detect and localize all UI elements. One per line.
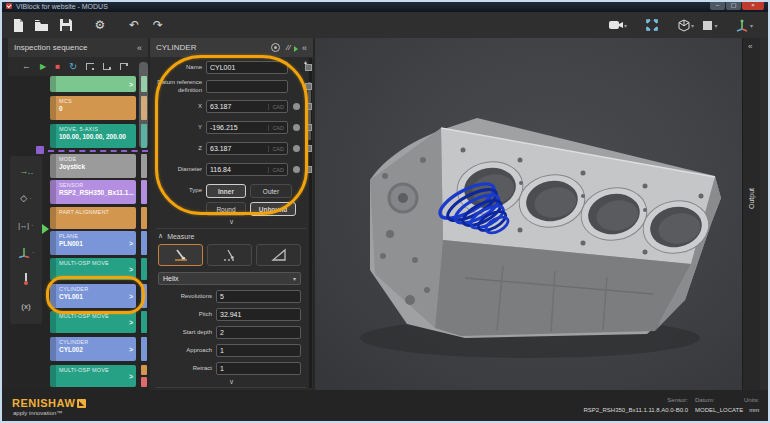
settings-gear-icon[interactable]: ⚙ [90, 15, 110, 35]
sequence-scrollbar-thumb[interactable] [139, 62, 148, 148]
unbound-button[interactable]: Unbound [250, 202, 296, 216]
x-radio[interactable] [293, 103, 300, 110]
retract-input[interactable]: 1 [216, 362, 301, 375]
minimap-segment[interactable] [141, 284, 147, 308]
collapse-panel-icon[interactable]: « [137, 43, 142, 53]
loop-start-icon[interactable] [86, 63, 94, 70]
model-box-icon[interactable]: ▾ [676, 15, 696, 35]
y-checkbox[interactable] [305, 124, 312, 131]
minimap-segment[interactable] [141, 154, 147, 178]
sensor-value: RSP2_RSH350_Bx11.1.11.8.A0.0-B0.0 [560, 406, 688, 416]
collapse-definition-icon[interactable]: ∨ [150, 218, 313, 226]
z-checkbox[interactable] [305, 145, 312, 152]
diameter-radio[interactable] [293, 166, 300, 173]
fit-view-icon[interactable] [642, 15, 662, 35]
diameter-input[interactable]: 116.84CAD [206, 163, 288, 176]
sequence-block-cylinder-cyl002[interactable]: CYLINDER CYL002 > [50, 337, 136, 361]
open-folder-icon[interactable] [32, 15, 52, 35]
sensor-status: Sensor: RSP2_RSH350_Bx11.1.11.8.A0.0-B0.… [560, 396, 688, 415]
app-window: VIBlock for website - MODUS – ▢ × ⚙ ↶ ↷ [0, 0, 770, 423]
revolutions-input[interactable]: 5 [216, 290, 301, 303]
minimap-segment[interactable] [141, 365, 147, 375]
x-checkbox[interactable] [305, 103, 312, 110]
axes-triad-icon[interactable]: ▾ [734, 15, 754, 35]
sequence-block-move[interactable]: MOVE, 5-AXIS 100.00, 100.00, 200.00 [50, 124, 136, 148]
diameter-checkbox[interactable] [305, 166, 312, 173]
sequence-block[interactable]: > [50, 76, 136, 92]
sequence-block-mcs[interactable]: MCS 0 [50, 96, 136, 120]
round-button[interactable]: Round [206, 202, 246, 216]
undo-icon[interactable]: ↶ [124, 15, 144, 35]
measure-section-header[interactable]: ∧ Measure [158, 232, 194, 240]
run-measure-icon[interactable]: // [286, 43, 296, 52]
probe-target-icon[interactable] [271, 43, 280, 52]
sequence-block-multiosp-move[interactable]: MULTI-OSP MOVE > [50, 311, 136, 333]
y-input[interactable]: -196.215CAD [206, 121, 288, 134]
y-radio[interactable] [293, 124, 300, 131]
sequence-block-multiosp-move[interactable]: MULTI-OSP MOVE > [50, 258, 136, 280]
z-input[interactable]: 63.187CAD [206, 142, 288, 155]
variable-icon[interactable]: (x) [10, 297, 42, 315]
play-icon[interactable]: ▶ [40, 63, 46, 71]
loop-icon[interactable]: ↻ [69, 62, 77, 72]
approach-input[interactable]: 1 [216, 344, 301, 357]
touch-strategy-button[interactable] [158, 244, 203, 266]
save-icon[interactable] [56, 15, 76, 35]
sequence-block-plane[interactable]: PLANE PLN001 > [50, 231, 136, 255]
output-tab[interactable]: « Output [742, 38, 760, 390]
camera-view-icon[interactable]: ▾ [608, 15, 628, 35]
3d-viewport[interactable] [315, 38, 742, 390]
minimap-segment[interactable] [141, 337, 147, 361]
close-button[interactable]: × [742, 1, 764, 10]
minimap-segment[interactable] [141, 180, 147, 204]
add-move-icon[interactable]: →‥ [10, 162, 42, 180]
minimize-button[interactable]: – [710, 1, 725, 10]
back-icon[interactable]: ← [22, 62, 31, 71]
feature-tool-strip: →‥ ◇· |↔|· · (x) [10, 156, 42, 324]
sequence-block-part-alignment[interactable]: PART ALIGNMENT [50, 207, 136, 229]
cad-tag: CAD [268, 125, 284, 131]
loop-end-icon[interactable] [103, 63, 111, 70]
main-toolbar: ⚙ ↶ ↷ ▾ ▾ ▾ [0, 12, 770, 38]
new-file-icon[interactable] [8, 15, 28, 35]
display-mode-icon[interactable]: ▾ [700, 15, 720, 35]
collapse-panel-icon[interactable]: « [302, 43, 307, 53]
strategy-dropdown[interactable]: Helix ▾ [158, 272, 301, 285]
retract-row: Retract 1 [154, 362, 301, 375]
start-depth-input[interactable]: 2 [216, 326, 301, 339]
z-radio[interactable] [293, 145, 300, 152]
name-checkbox[interactable] [305, 64, 312, 71]
stop-icon[interactable]: ■ [55, 63, 60, 71]
name-input[interactable]: CYL001 [206, 61, 288, 74]
angle-strategy-button[interactable] [256, 244, 301, 266]
datum-checkbox[interactable] [305, 83, 312, 90]
approach-row: Approach 1 [154, 344, 301, 357]
minimap-segment[interactable] [141, 311, 147, 333]
x-input[interactable]: 63.187CAD [206, 100, 288, 113]
points-strategy-button[interactable] [207, 244, 252, 266]
inner-button[interactable]: Inner [206, 184, 246, 198]
sequence-block-cylinder-cyl001[interactable]: CYLINDER CYL001 > [50, 284, 136, 308]
probe-alert-icon[interactable] [10, 270, 42, 288]
outer-button[interactable]: Outer [250, 184, 292, 198]
pitch-input[interactable]: 32.941 [216, 308, 301, 321]
axes-icon[interactable]: · [10, 243, 42, 261]
datum-reference-input[interactable] [206, 80, 288, 93]
sensor-label: Sensor: [560, 396, 688, 406]
insertion-marker-handle[interactable] [36, 146, 44, 154]
minimap-segment[interactable] [141, 258, 147, 280]
minimap-segment[interactable] [141, 231, 147, 255]
break-icon[interactable] [120, 63, 128, 70]
sequence-block-sensor[interactable]: SENSOR RSP2_RSH350_Bx11.1... [50, 180, 136, 204]
collapse-measure-icon[interactable]: ∨ [150, 378, 313, 386]
maximize-button[interactable]: ▢ [726, 1, 741, 10]
minimap-segment[interactable] [141, 377, 147, 387]
sequence-block-multiosp-move[interactable]: MULTI-OSP MOVE > [50, 365, 136, 387]
redo-icon[interactable]: ↷ [148, 15, 168, 35]
collapse-panel-icon[interactable]: « [748, 42, 752, 51]
dimension-icon[interactable]: |↔|· [10, 216, 42, 234]
add-feature-icon[interactable]: ◇· [10, 189, 42, 207]
datum-row: Datum reference definition [154, 79, 312, 95]
sequence-block-mode[interactable]: MODE Joystick [50, 154, 136, 178]
minimap-segment[interactable] [141, 207, 147, 229]
